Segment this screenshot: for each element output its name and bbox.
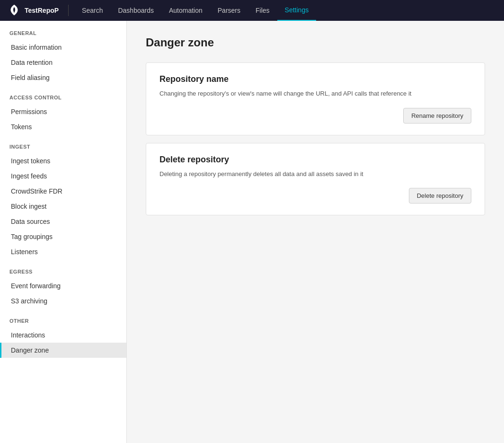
sidebar-item-listeners[interactable]: Listeners bbox=[0, 244, 126, 259]
sidebar-item-basic-information[interactable]: Basic information bbox=[0, 40, 126, 55]
sidebar-section-egress: Egress bbox=[0, 259, 126, 278]
delete-repository-card-desc: Deleting a repository permanently delete… bbox=[159, 169, 471, 179]
layout: General Basic information Data retention… bbox=[0, 21, 504, 443]
repository-name-card-desc: Changing the repository's or view's name… bbox=[159, 89, 471, 98]
nav-parsers[interactable]: Parsers bbox=[210, 0, 248, 21]
sidebar-item-block-ingest[interactable]: Block ingest bbox=[0, 199, 126, 214]
sidebar-item-data-sources[interactable]: Data sources bbox=[0, 214, 126, 229]
delete-repository-card-title: Delete repository bbox=[159, 155, 471, 165]
topnav-links: Search Dashboards Automation Parsers Fil… bbox=[74, 0, 496, 21]
sidebar-item-danger-zone[interactable]: Danger zone bbox=[0, 343, 126, 358]
nav-dashboards[interactable]: Dashboards bbox=[110, 0, 161, 21]
sidebar: General Basic information Data retention… bbox=[0, 21, 127, 443]
nav-settings[interactable]: Settings bbox=[277, 0, 317, 21]
main-content: Danger zone Repository name Changing the… bbox=[127, 21, 504, 443]
rename-repository-button[interactable]: Rename repository bbox=[403, 108, 471, 124]
delete-repository-card: Delete repository Deleting a repository … bbox=[146, 143, 485, 216]
page-title: Danger zone bbox=[146, 36, 485, 49]
sidebar-section-other: Other bbox=[0, 309, 126, 328]
sidebar-item-ingest-tokens[interactable]: Ingest tokens bbox=[0, 153, 126, 168]
app-logo-text: TestRepoP bbox=[25, 7, 59, 14]
repository-name-card-actions: Rename repository bbox=[159, 108, 471, 124]
delete-repository-card-actions: Delete repository bbox=[159, 188, 471, 204]
delete-repository-button[interactable]: Delete repository bbox=[409, 188, 471, 204]
sidebar-item-tokens[interactable]: Tokens bbox=[0, 119, 126, 134]
sidebar-item-field-aliasing[interactable]: Field aliasing bbox=[0, 70, 126, 85]
topnav: TestRepoP Search Dashboards Automation P… bbox=[0, 0, 504, 21]
sidebar-item-interactions[interactable]: Interactions bbox=[0, 328, 126, 343]
sidebar-item-s3-archiving[interactable]: S3 archiving bbox=[0, 293, 126, 309]
sidebar-item-ingest-feeds[interactable]: Ingest feeds bbox=[0, 168, 126, 184]
sidebar-section-ingest: Ingest bbox=[0, 134, 126, 153]
sidebar-item-data-retention[interactable]: Data retention bbox=[0, 55, 126, 70]
nav-divider bbox=[68, 5, 69, 16]
sidebar-item-permissions[interactable]: Permissions bbox=[0, 104, 126, 119]
repository-name-card: Repository name Changing the repository'… bbox=[146, 62, 485, 135]
sidebar-item-crowdstrike-fdr[interactable]: CrowdStrike FDR bbox=[0, 184, 126, 199]
sidebar-section-access-control: Access control bbox=[0, 85, 126, 104]
sidebar-section-general: General bbox=[0, 21, 126, 40]
sidebar-item-event-forwarding[interactable]: Event forwarding bbox=[0, 278, 126, 293]
sidebar-item-tag-groupings[interactable]: Tag groupings bbox=[0, 229, 126, 244]
nav-search[interactable]: Search bbox=[74, 0, 110, 21]
app-logo[interactable]: TestRepoP bbox=[8, 4, 59, 17]
repository-name-card-title: Repository name bbox=[159, 74, 471, 84]
nav-automation[interactable]: Automation bbox=[161, 0, 210, 21]
nav-files[interactable]: Files bbox=[248, 0, 277, 21]
